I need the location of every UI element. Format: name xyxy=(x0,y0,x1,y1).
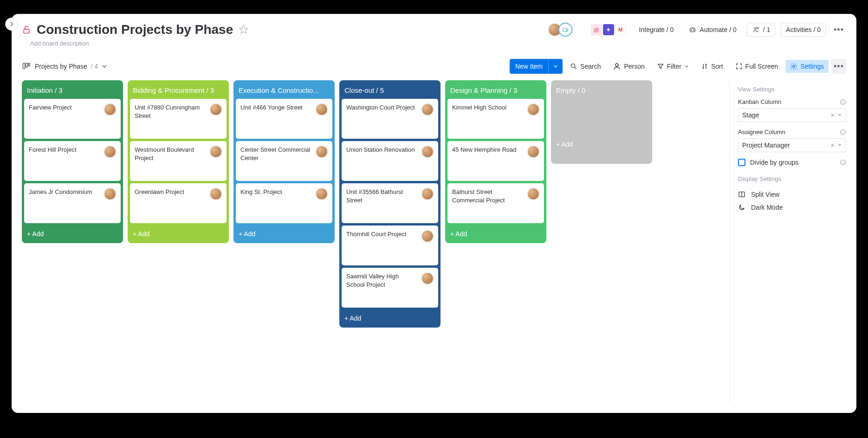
assignee-avatar[interactable] xyxy=(316,188,328,200)
kanban-board: Initiation / 3Fairview ProjectForest Hil… xyxy=(22,80,729,404)
display-settings-title: Display Settings xyxy=(738,175,846,182)
add-card-button[interactable]: + Add xyxy=(24,225,121,243)
star-icon[interactable] xyxy=(239,25,249,35)
assignee-avatar[interactable] xyxy=(316,103,328,116)
kanban-card[interactable]: Greenlawn Project xyxy=(130,183,227,223)
kanban-column-select[interactable]: Stage × xyxy=(738,108,846,122)
kanban-card-title: Unit #7880 Cunningham Street xyxy=(135,103,206,120)
app-icon-3: M xyxy=(615,24,626,35)
filter-button[interactable]: Filter xyxy=(652,60,693,73)
kanban-card[interactable]: Washington Court Project xyxy=(342,99,438,139)
kanban-card[interactable]: 45 New Hemphire Road xyxy=(447,141,544,181)
svg-point-11 xyxy=(615,64,618,66)
assignee-avatar[interactable] xyxy=(316,146,328,158)
kanban-card[interactable]: Center Street Commercial Center xyxy=(236,141,332,181)
sort-button[interactable]: Sort xyxy=(696,60,728,73)
clear-icon[interactable]: × xyxy=(831,142,835,149)
person-icon xyxy=(613,62,621,71)
board-title[interactable]: Construction Projects by Phase xyxy=(37,22,233,37)
assignee-avatar[interactable] xyxy=(210,103,222,116)
add-card-button[interactable]: + Add xyxy=(130,225,227,243)
assignee-avatar[interactable] xyxy=(421,146,434,158)
board-more-button[interactable]: ••• xyxy=(831,22,846,37)
kanban-card[interactable]: Union Station Renovation xyxy=(342,141,438,181)
caret-down-icon xyxy=(837,113,842,117)
board-description-placeholder[interactable]: Add board description xyxy=(30,40,846,47)
assignee-avatar[interactable] xyxy=(104,103,116,116)
new-item-button[interactable]: New Item xyxy=(510,59,563,74)
kanban-column-value: Stage xyxy=(742,111,759,119)
clear-icon[interactable]: × xyxy=(831,111,835,119)
assignee-avatar[interactable] xyxy=(210,188,222,200)
assignee-column-select[interactable]: Project Manager × xyxy=(738,138,846,152)
settings-button[interactable]: Settings xyxy=(785,60,829,73)
info-icon[interactable] xyxy=(840,159,846,166)
collapse-sidebar-button[interactable] xyxy=(5,18,18,31)
assignee-avatar[interactable] xyxy=(421,272,434,284)
kanban-card[interactable]: Bathurst Street Commercial Project xyxy=(447,183,544,223)
toolbar-more-button[interactable]: ••• xyxy=(831,59,846,74)
kanban-card-title: Unit #35566 Bathurst Street xyxy=(346,188,418,204)
info-icon[interactable] xyxy=(840,129,846,135)
kanban-column-header[interactable]: Empty / 0 xyxy=(553,83,650,99)
divide-by-groups-checkbox[interactable]: Divide by groups xyxy=(738,159,798,166)
gear-icon xyxy=(790,63,797,70)
add-card-button[interactable]: + Add xyxy=(236,225,332,243)
integrate-button[interactable]: Integrate / 0 xyxy=(635,23,679,36)
svg-point-4 xyxy=(693,30,694,31)
dark-mode-option[interactable]: Dark Mode xyxy=(738,201,846,214)
kanban-icon xyxy=(22,62,31,71)
chevron-right-icon xyxy=(9,22,14,26)
kanban-card[interactable]: Westmount Boulevard Project xyxy=(130,141,227,181)
kanban-column-header[interactable]: Initiation / 3 xyxy=(24,83,121,99)
search-button[interactable]: Search xyxy=(565,60,605,73)
members-button[interactable]: / 1 xyxy=(747,23,776,37)
automate-button[interactable]: Automate / 0 xyxy=(684,23,741,37)
fullscreen-icon xyxy=(735,63,743,70)
add-card-button[interactable]: + Add xyxy=(447,225,544,243)
assignee-avatar[interactable] xyxy=(527,103,539,116)
kanban-column-header[interactable]: Bidding & Procurement / 3 xyxy=(130,83,227,99)
kanban-card[interactable]: James Jr Condominium xyxy=(24,183,121,223)
activities-button[interactable]: Activities / 0 xyxy=(781,23,826,37)
assignee-avatar[interactable] xyxy=(210,146,222,158)
kanban-card[interactable]: Thornhill Court Project xyxy=(342,225,438,265)
person-filter-button[interactable]: Person xyxy=(608,59,649,73)
kanban-card[interactable]: Kimmel High School xyxy=(447,99,544,139)
members-label: / 1 xyxy=(763,26,771,33)
kanban-card-title: Bathurst Street Commercial Project xyxy=(452,188,524,204)
full-screen-button[interactable]: Full Screen xyxy=(731,60,783,73)
kanban-card[interactable]: Unit #35566 Bathurst Street xyxy=(342,183,438,223)
svg-point-3 xyxy=(691,30,692,31)
view-count: / 4 xyxy=(91,63,98,70)
assignee-avatar[interactable] xyxy=(104,146,116,158)
kanban-card[interactable]: Sawmill Valley High School Project xyxy=(342,268,438,308)
kanban-card[interactable]: Forest Hill Project xyxy=(24,141,121,181)
kanban-card-title: Greenlawn Project xyxy=(135,188,206,196)
assignee-avatar[interactable] xyxy=(421,103,434,116)
kanban-card[interactable]: Unit #7880 Cunningham Street xyxy=(130,99,227,139)
caret-down-icon xyxy=(837,143,842,148)
view-selector[interactable]: Projects by Phase / 4 xyxy=(22,62,107,71)
assignee-avatar[interactable] xyxy=(104,188,116,200)
board-members-stack[interactable] xyxy=(548,23,572,37)
kanban-column-header[interactable]: Execution & Constructio... xyxy=(236,83,332,99)
assignee-avatar[interactable] xyxy=(527,188,539,200)
add-card-button[interactable]: + Add xyxy=(342,310,438,328)
info-icon[interactable] xyxy=(840,99,846,105)
split-view-option[interactable]: Split View xyxy=(738,188,846,201)
kanban-card[interactable]: Unit #466 Yonge Street xyxy=(236,99,332,139)
kanban-card[interactable]: Fairview Project xyxy=(24,99,121,139)
assignee-avatar[interactable] xyxy=(527,146,539,158)
add-card-button[interactable]: + Add xyxy=(553,99,650,154)
assignee-avatar[interactable] xyxy=(421,188,434,200)
kanban-card[interactable]: King St. Project xyxy=(236,183,332,223)
robot-icon xyxy=(688,26,697,34)
kanban-card-title: Unit #466 Yonge Street xyxy=(240,103,312,112)
kanban-column-header[interactable]: Close-out / 5 xyxy=(342,83,438,99)
new-item-caret[interactable] xyxy=(548,59,563,74)
assignee-avatar[interactable] xyxy=(421,230,434,242)
chevron-down-icon xyxy=(102,64,107,69)
divide-by-groups-label: Divide by groups xyxy=(750,159,798,166)
kanban-column-header[interactable]: Design & Planning / 3 xyxy=(447,83,544,99)
